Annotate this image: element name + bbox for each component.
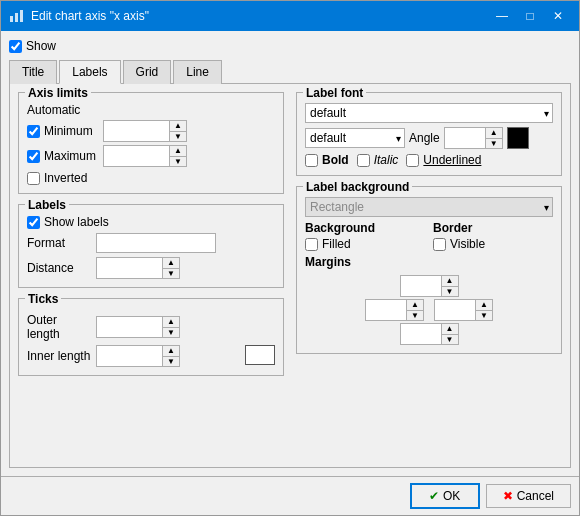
margin-right-input[interactable]: 4	[435, 300, 475, 320]
distance-input[interactable]: 1	[97, 258, 162, 278]
outer-length-spinbox-btns: ▲ ▼	[162, 317, 179, 337]
font-name-select[interactable]: default	[305, 128, 405, 148]
show-checkbox[interactable]	[9, 40, 22, 53]
automatic-label[interactable]: Automatic	[27, 103, 275, 117]
minimize-button[interactable]: —	[489, 6, 515, 26]
tab-line[interactable]: Line	[173, 60, 222, 84]
maximum-down-btn[interactable]: ▼	[170, 156, 186, 166]
minimum-label[interactable]: Minimum	[27, 124, 97, 138]
close-button[interactable]: ✕	[545, 6, 571, 26]
style-row: Bold Italic Underlined	[305, 153, 553, 167]
background-col: Background Filled	[305, 221, 425, 251]
outer-length-spinbox: 4 ▲ ▼	[96, 316, 180, 338]
minimum-row: Minimum 0,00 ▲ ▼	[27, 120, 275, 142]
maximum-label[interactable]: Maximum	[27, 149, 97, 163]
shape-select[interactable]: Rectangle	[305, 197, 553, 217]
maximum-checkbox[interactable]	[27, 150, 40, 163]
maximum-up-btn[interactable]: ▲	[170, 146, 186, 156]
minimum-down-btn[interactable]: ▼	[170, 131, 186, 141]
label-font-content: default default Angle	[305, 103, 553, 167]
axis-limits-section: Axis limits Automatic Minimum	[18, 92, 284, 194]
font-family-select[interactable]: default	[305, 103, 553, 123]
minimum-checkbox[interactable]	[27, 125, 40, 138]
margin-top-down-btn[interactable]: ▼	[442, 286, 458, 296]
show-labels-checkbox[interactable]	[27, 216, 40, 229]
outer-length-up-btn[interactable]: ▲	[163, 317, 179, 327]
tab-bar: Title Labels Grid Line	[9, 59, 571, 84]
angle-spinbox: 0 ▲ ▼	[444, 127, 503, 149]
svg-rect-2	[20, 10, 23, 22]
margins-section: Margins 2 ▲ ▼	[305, 255, 553, 345]
title-bar: Edit chart axis "x axis" — □ ✕	[1, 1, 579, 31]
tab-labels[interactable]: Labels	[59, 60, 120, 84]
underlined-label[interactable]: Underlined	[406, 153, 481, 167]
margin-bottom-btns: ▲ ▼	[441, 324, 458, 344]
outer-length-down-btn[interactable]: ▼	[163, 327, 179, 337]
show-labels-label[interactable]: Show labels	[27, 215, 275, 229]
title-bar-controls: — □ ✕	[489, 6, 571, 26]
distance-up-btn[interactable]: ▲	[163, 258, 179, 268]
cancel-button[interactable]: ✖ Cancel	[486, 484, 571, 508]
distance-down-btn[interactable]: ▼	[163, 268, 179, 278]
label-background-title: Label background	[303, 180, 412, 194]
minimum-spinbox: 0,00 ▲ ▼	[103, 120, 187, 142]
tab-grid[interactable]: Grid	[123, 60, 172, 84]
background-col-title: Background	[305, 221, 425, 235]
format-label: Format	[27, 236, 92, 250]
labels-content: Show labels Format %0:.9g Distance 1	[27, 215, 275, 279]
italic-label[interactable]: Italic	[357, 153, 399, 167]
ok-button[interactable]: ✔ OK	[410, 483, 480, 509]
filled-checkbox[interactable]	[305, 238, 318, 251]
minimum-input[interactable]: 0,00	[104, 121, 169, 141]
inner-length-up-btn[interactable]: ▲	[163, 346, 179, 356]
maximum-input[interactable]: 0,00	[104, 146, 169, 166]
margin-bottom-input[interactable]: 2	[401, 324, 441, 344]
underlined-checkbox[interactable]	[406, 154, 419, 167]
margin-top-spinbox: 2 ▲ ▼	[400, 275, 459, 297]
margin-bottom-up-btn[interactable]: ▲	[442, 324, 458, 334]
margin-left-spinbox: 4 ▲ ▼	[365, 299, 424, 321]
italic-checkbox[interactable]	[357, 154, 370, 167]
minimum-up-btn[interactable]: ▲	[170, 121, 186, 131]
maximize-button[interactable]: □	[517, 6, 543, 26]
margin-left-up-btn[interactable]: ▲	[407, 300, 423, 310]
font-color-box[interactable]	[507, 127, 529, 149]
angle-down-btn[interactable]: ▼	[486, 138, 502, 148]
margins-grid: 2 ▲ ▼ 4	[305, 275, 553, 345]
inverted-checkbox[interactable]	[27, 172, 40, 185]
margin-right-down-btn[interactable]: ▼	[476, 310, 492, 320]
inner-length-input[interactable]: 0	[97, 346, 162, 366]
tab-title[interactable]: Title	[9, 60, 57, 84]
ticks-title: Ticks	[25, 292, 61, 306]
labels-title: Labels	[25, 198, 69, 212]
margin-right-btns: ▲ ▼	[475, 300, 492, 320]
bold-checkbox[interactable]	[305, 154, 318, 167]
margin-left-input[interactable]: 4	[366, 300, 406, 320]
bold-label[interactable]: Bold	[305, 153, 349, 167]
outer-length-input[interactable]: 4	[97, 317, 162, 337]
filled-label[interactable]: Filled	[305, 237, 425, 251]
angle-input[interactable]: 0	[445, 128, 485, 148]
inner-length-down-btn[interactable]: ▼	[163, 356, 179, 366]
outer-length-label: Outer length	[27, 313, 92, 341]
label-background-content: Rectangle Background Filled	[305, 197, 553, 345]
visible-label[interactable]: Visible	[433, 237, 553, 251]
visible-checkbox[interactable]	[433, 238, 446, 251]
left-panel: Axis limits Automatic Minimum	[18, 92, 284, 459]
inverted-row: Inverted	[27, 171, 275, 185]
distance-spinbox: 1 ▲ ▼	[96, 257, 180, 279]
inverted-label[interactable]: Inverted	[27, 171, 275, 185]
outer-length-row: Outer length 4 ▲ ▼	[27, 313, 237, 341]
margin-top-input[interactable]: 2	[401, 276, 441, 296]
font-family-wrapper: default	[305, 103, 553, 123]
label-font-title: Label font	[303, 86, 366, 100]
margin-left-down-btn[interactable]: ▼	[407, 310, 423, 320]
margin-bottom-down-btn[interactable]: ▼	[442, 334, 458, 344]
show-label[interactable]: Show	[26, 39, 56, 53]
ok-label: OK	[443, 489, 460, 503]
margin-right-up-btn[interactable]: ▲	[476, 300, 492, 310]
format-input[interactable]: %0:.9g	[96, 233, 216, 253]
margin-top-up-btn[interactable]: ▲	[442, 276, 458, 286]
tabs-container: Title Labels Grid Line Axis limits Autom…	[9, 59, 571, 468]
angle-up-btn[interactable]: ▲	[486, 128, 502, 138]
